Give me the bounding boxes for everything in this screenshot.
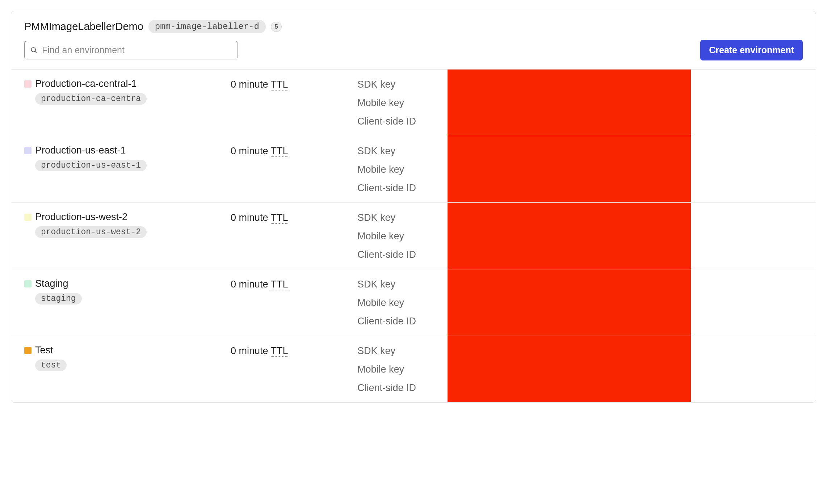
- ttl-value: 0 minute: [231, 79, 271, 90]
- environment-row[interactable]: Production-ca-central-1production-ca-cen…: [11, 70, 816, 136]
- environment-name: Production-us-east-1: [35, 145, 126, 156]
- environment-name-column: Testtest: [24, 345, 231, 371]
- environment-row[interactable]: Production-us-east-1production-us-east-1…: [11, 136, 816, 203]
- environment-row[interactable]: Stagingstaging0 minute TTLSDK keyMobile …: [11, 269, 816, 336]
- environment-count-badge: 5: [271, 22, 282, 32]
- sdk-key-row: SDK key: [357, 212, 803, 223]
- environment-name: Test: [35, 345, 53, 356]
- ttl-label: TTL: [271, 79, 288, 91]
- ttl-value: 0 minute: [231, 146, 271, 156]
- ttl-value: 0 minute: [231, 279, 271, 290]
- search-row: Create environment: [24, 40, 803, 60]
- ttl-column: 0 minute TTL: [231, 278, 357, 290]
- mobile-key-label: Mobile key: [357, 164, 404, 175]
- environment-color-swatch: [24, 147, 32, 154]
- sdk-key-row: SDK key: [357, 79, 803, 90]
- client-key-label: Client-side ID: [357, 116, 416, 127]
- project-key-pill: pmm-image-labeller-d: [148, 20, 266, 33]
- ttl-column: 0 minute TTL: [231, 211, 357, 223]
- sdk-key-label: SDK key: [357, 79, 395, 90]
- environments-list: Production-ca-central-1production-ca-cen…: [11, 70, 816, 402]
- ttl-value: 0 minute: [231, 345, 271, 356]
- environment-name-block: Production-ca-central-1production-ca-cen…: [35, 78, 147, 105]
- keys-column: SDK keyMobile keyClient-side ID: [357, 278, 803, 327]
- environment-name: Production-ca-central-1: [35, 78, 137, 89]
- environment-row[interactable]: Testtest0 minute TTLSDK keyMobile keyCli…: [11, 336, 816, 402]
- sdk-key-label: SDK key: [357, 212, 395, 223]
- keys-column: SDK keyMobile keyClient-side ID: [357, 78, 803, 127]
- keys-column: SDK keyMobile keyClient-side ID: [357, 145, 803, 194]
- ttl-label: TTL: [271, 212, 288, 224]
- create-environment-button[interactable]: Create environment: [700, 40, 803, 60]
- environments-panel: PMMImageLabellerDemo pmm-image-labeller-…: [11, 11, 816, 403]
- environment-name-column: Production-us-east-1production-us-east-1: [24, 145, 231, 171]
- environment-color-swatch: [24, 280, 32, 287]
- search-input[interactable]: [42, 45, 232, 55]
- client-key-label: Client-side ID: [357, 382, 416, 394]
- mobile-key-row: Mobile key: [357, 231, 803, 242]
- environment-name-block: Production-us-west-2production-us-west-2: [35, 211, 147, 238]
- environment-name-column: Production-us-west-2production-us-west-2: [24, 211, 231, 238]
- svg-point-0: [32, 47, 36, 52]
- client-key-row: Client-side ID: [357, 182, 803, 194]
- sdk-key-label: SDK key: [357, 279, 395, 290]
- client-key-label: Client-side ID: [357, 316, 416, 327]
- project-title: PMMImageLabellerDemo: [24, 21, 143, 33]
- sdk-key-row: SDK key: [357, 345, 803, 357]
- environment-name: Production-us-west-2: [35, 211, 127, 223]
- keys-column: SDK keyMobile keyClient-side ID: [357, 211, 803, 260]
- mobile-key-label: Mobile key: [357, 364, 404, 375]
- title-row: PMMImageLabellerDemo pmm-image-labeller-…: [24, 20, 803, 33]
- client-key-row: Client-side ID: [357, 116, 803, 127]
- mobile-key-row: Mobile key: [357, 97, 803, 109]
- environment-name-column: Stagingstaging: [24, 278, 231, 304]
- environment-key-pill: staging: [35, 293, 82, 304]
- ttl-label: TTL: [271, 279, 288, 290]
- mobile-key-row: Mobile key: [357, 164, 803, 175]
- ttl-label: TTL: [271, 345, 288, 357]
- keys-column: SDK keyMobile keyClient-side ID: [357, 345, 803, 394]
- ttl-label: TTL: [271, 146, 288, 157]
- panel-header: PMMImageLabellerDemo pmm-image-labeller-…: [11, 11, 816, 70]
- sdk-key-label: SDK key: [357, 345, 395, 357]
- ttl-column: 0 minute TTL: [231, 78, 357, 90]
- search-icon: [30, 47, 38, 54]
- search-box[interactable]: [24, 41, 238, 59]
- environment-name: Staging: [35, 278, 68, 289]
- environment-key-pill: production-us-west-2: [35, 226, 147, 238]
- environment-key-pill: test: [35, 360, 67, 371]
- ttl-column: 0 minute TTL: [231, 145, 357, 157]
- sdk-key-row: SDK key: [357, 146, 803, 157]
- sdk-key-row: SDK key: [357, 279, 803, 290]
- environment-name-column: Production-ca-central-1production-ca-cen…: [24, 78, 231, 105]
- sdk-key-label: SDK key: [357, 146, 395, 157]
- ttl-column: 0 minute TTL: [231, 345, 357, 357]
- environment-key-pill: production-ca-centra: [35, 93, 147, 105]
- client-key-row: Client-side ID: [357, 382, 803, 394]
- environment-name-block: Testtest: [35, 345, 67, 371]
- ttl-value: 0 minute: [231, 212, 271, 223]
- environment-key-pill: production-us-east-1: [35, 160, 147, 171]
- environment-color-swatch: [24, 347, 32, 354]
- mobile-key-label: Mobile key: [357, 231, 404, 242]
- environment-color-swatch: [24, 214, 32, 221]
- mobile-key-label: Mobile key: [357, 97, 404, 109]
- environment-row[interactable]: Production-us-west-2production-us-west-2…: [11, 203, 816, 269]
- mobile-key-label: Mobile key: [357, 297, 404, 308]
- client-key-row: Client-side ID: [357, 249, 803, 260]
- environment-name-block: Production-us-east-1production-us-east-1: [35, 145, 147, 171]
- environment-name-block: Stagingstaging: [35, 278, 82, 304]
- client-key-row: Client-side ID: [357, 316, 803, 327]
- client-key-label: Client-side ID: [357, 182, 416, 194]
- mobile-key-row: Mobile key: [357, 364, 803, 375]
- environment-color-swatch: [24, 80, 32, 88]
- svg-line-1: [35, 51, 37, 53]
- mobile-key-row: Mobile key: [357, 297, 803, 308]
- client-key-label: Client-side ID: [357, 249, 416, 260]
